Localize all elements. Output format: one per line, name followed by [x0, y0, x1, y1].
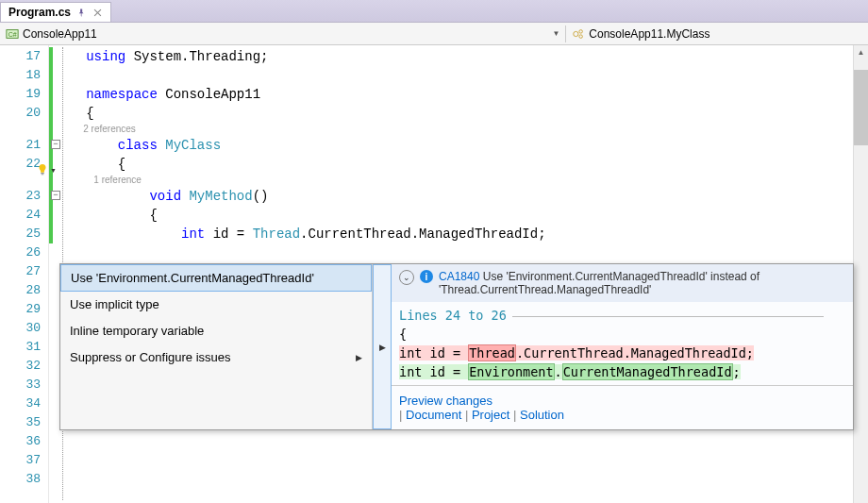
info-icon: i	[420, 270, 433, 283]
quickfix-menu: Use 'Environment.CurrentManagedThreadId'…	[60, 264, 373, 429]
keyword: void	[149, 189, 181, 204]
quickfix-label: Inline temporary variable	[70, 324, 204, 338]
type-name: MyClass	[158, 138, 221, 153]
keyword: namespace	[86, 87, 158, 102]
diff-preview: Lines 24 to 26 { int id = Thread.Current…	[392, 302, 853, 385]
preview-footer: Preview changes | Document | Project | S…	[392, 385, 853, 429]
code-text: {	[86, 106, 93, 121]
svg-rect-6	[42, 174, 44, 175]
quickfix-item-use-environment[interactable]: Use 'Environment.CurrentManagedThreadId'	[60, 264, 372, 292]
vertical-scrollbar[interactable]: ▲	[853, 45, 868, 503]
quickfix-item-implicit-type[interactable]: Use implicit type	[60, 292, 372, 318]
code-text: System.Threading;	[125, 49, 268, 64]
scroll-up-icon[interactable]: ▲	[854, 45, 868, 60]
outline-collapse-icon[interactable]: −	[51, 140, 60, 149]
rule-link[interactable]: CA1840	[439, 270, 479, 283]
collapse-icon[interactable]: ⌄	[399, 270, 414, 285]
diff-removed-line: int id = Thread.CurrentThread.ManagedThr…	[399, 345, 754, 360]
quickfix-item-suppress[interactable]: Suppress or Configure issues ▶	[60, 344, 372, 371]
svg-rect-5	[41, 173, 44, 174]
pin-icon[interactable]	[76, 8, 87, 18]
diff-added-line: int id = Environment.CurrentManagedThrea…	[399, 364, 741, 379]
quickfix-label: Use 'Environment.CurrentManagedThreadId'	[71, 271, 314, 285]
tab-title: Program.cs	[8, 6, 71, 19]
submenu-arrow-icon: ▶	[356, 353, 362, 362]
file-tab[interactable]: Program.cs	[0, 2, 111, 22]
keyword: int	[181, 226, 205, 242]
project-dropdown[interactable]: C# ConsoleApp11 ▼	[0, 25, 566, 42]
chevron-down-icon: ▼	[50, 167, 57, 174]
diagnostic-text: 'Thread.CurrentThread.ManagedThreadId'	[439, 283, 651, 296]
lightbulb-icon	[36, 163, 49, 176]
diagnostic-text: Use 'Environment.CurrentManagedThreadId'…	[483, 270, 760, 283]
navigation-bar: C# ConsoleApp11 ▼ ConsoleApp11.MyClass	[0, 23, 868, 45]
svg-point-4	[579, 34, 583, 38]
class-name: ConsoleApp11.MyClass	[589, 27, 709, 41]
quickfix-label: Use implicit type	[70, 297, 159, 311]
code-text: ConsoleApp11	[158, 87, 260, 102]
preview-changes-link[interactable]: Preview changes	[399, 394, 492, 408]
fix-document-link[interactable]: Document	[406, 408, 461, 422]
csharp-icon: C#	[6, 27, 19, 41]
code-text: {	[86, 208, 158, 223]
quickfix-item-inline-var[interactable]: Inline temporary variable	[60, 318, 372, 344]
svg-point-3	[579, 29, 583, 33]
scroll-thumb[interactable]	[854, 70, 868, 145]
outline-collapse-icon[interactable]: −	[51, 191, 60, 200]
keyword: class	[118, 138, 158, 153]
project-name: ConsoleApp11	[23, 27, 97, 41]
code-text: id =	[205, 226, 252, 242]
code-text: .CurrentThread.ManagedThreadId;	[300, 226, 545, 242]
line-number-gutter: 17181920 2122 232425 26272829 30313233 3…	[0, 45, 49, 503]
quickfix-label: Suppress or Configure issues	[70, 350, 231, 364]
quickfix-preview: ⌄ i CA1840 Use 'Environment.CurrentManag…	[392, 264, 853, 429]
code-text: {	[86, 157, 125, 172]
quickfix-popup: Use 'Environment.CurrentManagedThreadId'…	[59, 263, 854, 430]
chevron-down-icon: ▼	[552, 29, 559, 38]
lightbulb-button[interactable]: ▼	[36, 160, 57, 179]
close-icon[interactable]	[92, 8, 103, 18]
expand-preview-button[interactable]: ▶	[373, 264, 392, 429]
type-name: Thread	[253, 226, 300, 242]
method-name: MyMethod	[181, 189, 253, 204]
codelens[interactable]: 1 reference	[93, 175, 142, 185]
fix-solution-link[interactable]: Solution	[520, 408, 564, 422]
svg-text:C#: C#	[8, 30, 17, 37]
diagnostic-header: ⌄ i CA1840 Use 'Environment.CurrentManag…	[392, 264, 853, 302]
diff-range: Lines 24 to 26	[399, 308, 507, 323]
code-text: ()	[253, 189, 269, 204]
svg-point-2	[574, 31, 578, 36]
codelens[interactable]: 2 references	[83, 124, 136, 134]
fix-project-link[interactable]: Project	[472, 408, 509, 422]
tab-bar: Program.cs	[0, 0, 868, 23]
code-text: {	[399, 327, 407, 342]
keyword: using	[86, 49, 125, 64]
class-icon	[572, 27, 585, 41]
class-dropdown[interactable]: ConsoleApp11.MyClass	[566, 25, 868, 42]
